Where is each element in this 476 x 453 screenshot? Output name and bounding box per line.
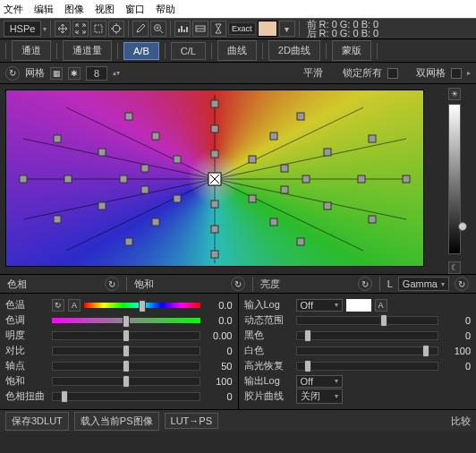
- slider-value[interactable]: 0: [442, 330, 471, 341]
- white-swatch[interactable]: [346, 299, 371, 312]
- moon-icon[interactable]: ☾: [448, 261, 461, 274]
- dual-grid-checkbox[interactable]: [451, 68, 462, 79]
- slider-track[interactable]: [52, 392, 200, 401]
- reset-sat[interactable]: ↻: [231, 277, 245, 291]
- grid-style-radial[interactable]: ✱: [68, 67, 81, 80]
- auto-button[interactable]: A: [375, 299, 387, 312]
- eyedropper-tool[interactable]: [132, 21, 149, 37]
- slider-thumb[interactable]: [139, 300, 146, 312]
- tab-cl[interactable]: C/L: [171, 42, 206, 60]
- tab-channel-amt[interactable]: 通道量: [63, 40, 112, 61]
- slider-value[interactable]: 0.0: [204, 315, 233, 326]
- slider-thumb[interactable]: [61, 390, 68, 403]
- dropdown[interactable]: Off▾: [296, 375, 343, 388]
- menu-file[interactable]: 文件: [4, 3, 23, 16]
- slider-value[interactable]: 50: [204, 361, 233, 372]
- slider-value[interactable]: 0.00: [204, 330, 233, 341]
- reset-icon[interactable]: ↻: [52, 299, 64, 312]
- menu-window[interactable]: 窗口: [125, 3, 145, 16]
- slider-thumb[interactable]: [304, 329, 311, 342]
- svg-rect-42: [152, 132, 159, 140]
- slider-track[interactable]: [296, 331, 439, 340]
- menu-edit[interactable]: 编辑: [34, 3, 54, 16]
- slider-thumb[interactable]: [380, 314, 387, 327]
- luminance-knob[interactable]: [458, 222, 467, 231]
- slider-thumb[interactable]: [123, 360, 130, 372]
- ring-count-stepper[interactable]: ▴▾: [113, 69, 120, 77]
- slider-thumb[interactable]: [123, 345, 130, 357]
- compare-label[interactable]: 比较: [451, 415, 471, 428]
- slider-track[interactable]: [52, 331, 200, 340]
- dropdown[interactable]: 关闭▾: [296, 389, 343, 404]
- color-mode-label[interactable]: HSPe: [4, 21, 41, 37]
- slider-thumb[interactable]: [123, 329, 130, 342]
- tab-2dcurve[interactable]: 2D曲线: [268, 40, 320, 61]
- target-tool[interactable]: [108, 21, 124, 37]
- slider-value[interactable]: 100: [204, 376, 233, 387]
- slider-thumb[interactable]: [123, 375, 130, 388]
- luminance-gradient[interactable]: [448, 104, 461, 254]
- slider-thumb[interactable]: [123, 315, 130, 328]
- lut-to-ps-button[interactable]: LUT→PS: [165, 413, 218, 429]
- gamma-dropdown[interactable]: Gamma▾: [398, 277, 449, 291]
- tab-ab[interactable]: A/B: [123, 42, 159, 60]
- expand-tool[interactable]: [72, 21, 89, 37]
- sun-icon[interactable]: ☀: [448, 88, 461, 100]
- menu-view[interactable]: 视图: [95, 3, 115, 16]
- marquee-tool[interactable]: [90, 21, 106, 37]
- save-3dlut-button[interactable]: 保存3DLUT: [5, 412, 69, 431]
- slider-track[interactable]: [84, 303, 200, 308]
- slider-thumb[interactable]: [422, 345, 429, 357]
- tab-channel[interactable]: 通道: [12, 40, 51, 61]
- hourglass-icon[interactable]: [210, 21, 226, 37]
- main-tabs: 通道 通道量 A/B C/L 曲线 2D曲线 蒙版: [0, 39, 476, 63]
- reset-gamma[interactable]: ↻: [455, 277, 469, 291]
- slider-row-1: 色调0.0: [5, 312, 233, 328]
- mode-dropdown-icon[interactable]: ▾: [43, 25, 47, 33]
- dropdown-row: 胶片曲线关闭▾: [244, 389, 472, 404]
- swatch-dropdown[interactable]: ▾: [279, 21, 295, 37]
- svg-rect-43: [211, 150, 218, 158]
- reset-grid-button[interactable]: ↻: [5, 66, 20, 81]
- menu-image[interactable]: 图像: [64, 3, 84, 16]
- grid-overlay[interactable]: [5, 90, 424, 274]
- svg-rect-50: [174, 195, 181, 202]
- move-tool[interactable]: [55, 21, 71, 37]
- smooth-label[interactable]: 平滑: [303, 66, 323, 80]
- slider-value[interactable]: 0: [442, 315, 471, 326]
- tab-curve[interactable]: 曲线: [217, 40, 257, 61]
- ring-count-field[interactable]: 8: [86, 66, 107, 81]
- dropdown[interactable]: Off▾: [296, 299, 343, 312]
- slider-thumb[interactable]: [304, 360, 311, 372]
- slider-value[interactable]: 0.0: [204, 300, 233, 311]
- slider-track[interactable]: [52, 377, 200, 386]
- svg-rect-22: [403, 175, 410, 183]
- slider-value[interactable]: 0: [204, 391, 233, 402]
- slider-track[interactable]: [296, 362, 439, 371]
- scope-tool[interactable]: [192, 21, 208, 37]
- slider-track[interactable]: [296, 346, 439, 355]
- histogram-tool[interactable]: [174, 21, 191, 37]
- slider-value[interactable]: 100: [442, 346, 471, 356]
- slider-label: 色温: [5, 298, 48, 312]
- auto-button[interactable]: A: [68, 299, 81, 312]
- slider-track[interactable]: [52, 346, 200, 355]
- load-ps-button[interactable]: 载入当前PS图像: [74, 412, 159, 431]
- reset-hue[interactable]: ↻: [105, 277, 119, 291]
- zoom-tool[interactable]: [150, 21, 166, 37]
- reset-lum[interactable]: ↻: [358, 277, 372, 291]
- exact-toggle[interactable]: Exact: [228, 22, 256, 35]
- menu-help[interactable]: 帮助: [156, 3, 175, 16]
- slider-track[interactable]: [296, 316, 439, 325]
- slider-value[interactable]: 0: [442, 361, 471, 372]
- color-grid[interactable]: [5, 84, 435, 274]
- tab-mask[interactable]: 蒙版: [332, 40, 371, 61]
- grid-menu-icon[interactable]: ▸: [467, 69, 471, 77]
- slider-track[interactable]: [52, 362, 200, 371]
- grid-style-rect[interactable]: ▦: [50, 67, 63, 80]
- divider: [299, 21, 300, 37]
- slider-track[interactable]: [52, 318, 200, 323]
- lock-all-checkbox[interactable]: [387, 68, 398, 79]
- color-swatch[interactable]: [258, 21, 277, 37]
- slider-value[interactable]: 0: [204, 346, 233, 356]
